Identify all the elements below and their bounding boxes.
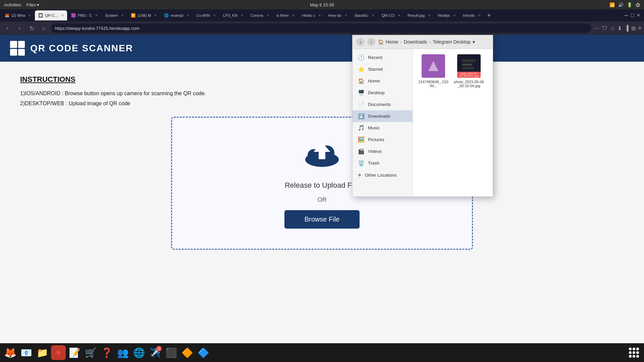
fp-desktop-icon: 🖥️ [358, 89, 365, 96]
fp-home-label[interactable]: Home [386, 39, 398, 45]
tab-close-pm2[interactable]: × [95, 13, 98, 18]
tab-close-qrco[interactable]: × [398, 13, 400, 18]
fp-sidebar-pictures[interactable]: 🖼️ Pictures [353, 134, 413, 145]
address-input[interactable] [51, 23, 591, 33]
extensions-icon[interactable]: ⋯ [594, 25, 599, 32]
tab-close-introdu[interactable]: × [478, 13, 481, 18]
taskbar-vscode[interactable]: 🔷 [196, 345, 211, 360]
fp-sidebar-trash[interactable]: 🗑️ Trash [353, 157, 413, 169]
fp-recent-icon: 🕐 [358, 54, 365, 61]
qr-title: QR CODE SCANNER [30, 43, 133, 54]
taskbar-chrome[interactable]: 🌐 [131, 345, 146, 360]
files-menu[interactable]: Files ▾ [26, 2, 39, 7]
tab-pm2[interactable]: 🟪 PM2 - C × [68, 10, 101, 20]
tab-close-corona[interactable]: × [267, 13, 269, 18]
fp-downloads-label[interactable]: Downloads [404, 39, 427, 45]
browse-file-button[interactable]: Browse File [284, 210, 360, 229]
tab-close-nodejs[interactable]: × [453, 13, 455, 18]
tab-close-what[interactable]: × [29, 13, 31, 18]
taskbar-email[interactable]: 📧 [19, 345, 34, 360]
taskbar-firefox[interactable]: 🦊 [3, 345, 17, 360]
more-icon[interactable]: ≡ [638, 25, 641, 31]
taskbar-teams[interactable]: 👥 [115, 345, 130, 360]
taskbar-show-apps[interactable] [627, 345, 641, 360]
activities-label[interactable]: Activities [4, 2, 21, 7]
tab-exampl[interactable]: 🌐 exampl × [161, 10, 192, 20]
close-button[interactable]: × [637, 12, 640, 18]
tab-result[interactable]: Result.jpg × [404, 10, 434, 20]
sidebar-icon[interactable]: ▐ [625, 25, 628, 31]
tab-howdo[interactable]: How do × [325, 10, 350, 20]
tab-view-icon[interactable]: ⊞ [631, 25, 636, 32]
tab-close-cowin[interactable]: × [213, 13, 216, 18]
tab-close-hindu[interactable]: × [318, 13, 321, 18]
home-button[interactable]: ⌂ [39, 23, 48, 33]
tab-lp3[interactable]: LP3_KN × [220, 10, 247, 20]
tab-close-howdo[interactable]: × [344, 13, 347, 18]
tab-close-isthere[interactable]: × [292, 13, 294, 18]
fp-telegram-label[interactable]: Telegram Desktop [433, 39, 471, 45]
maximize-button[interactable]: □ [631, 12, 634, 18]
bookmark-icon[interactable]: ☆ [610, 25, 615, 32]
logo-sq3 [10, 49, 17, 56]
tab-system[interactable]: System × [102, 10, 127, 20]
tab-nodejs[interactable]: Nodejs × [434, 10, 459, 20]
taskbar-appstore[interactable]: 🛒 [83, 345, 98, 360]
fp-file-item-purple[interactable]: 2147483648_-21000... [418, 54, 448, 88]
tab-close-148m[interactable]: × [154, 13, 157, 18]
tab-148m[interactable]: ▶️ (148) M × [127, 10, 160, 20]
tab-close-stack[interactable]: × [372, 13, 374, 18]
tab-what[interactable]: 🦊 (2) Wha × [1, 10, 34, 20]
fp-sidebar-music[interactable]: 🎵 Music [353, 122, 413, 134]
back-button[interactable]: ‹ [3, 23, 12, 33]
tab-stack[interactable]: StackEc × [351, 10, 377, 20]
tab-close-exampl[interactable]: × [186, 13, 189, 18]
fp-content-area: 2147483648_-21000... photo_2021-05-06_00… [413, 49, 493, 196]
fp-starred-icon: ⭐ [358, 66, 365, 72]
tab-hindu[interactable]: Hindu c × [299, 10, 324, 20]
taskbar-help[interactable]: ❓ [99, 345, 114, 360]
fp-back-button[interactable]: ‹ [357, 38, 365, 46]
tab-cowin[interactable]: Co-WIN × [193, 10, 219, 20]
tab-isthere[interactable]: is there × [273, 10, 298, 20]
tab-qrco[interactable]: QR-CO × [378, 10, 404, 20]
qr-logo-icon [10, 41, 25, 56]
fp-file-item-dark[interactable]: photo_2021-05-06_00-16-04_.jpg photo_202… [454, 54, 484, 88]
fp-sidebar-videos[interactable]: 🎬 Videos [353, 145, 413, 157]
tab-close-result[interactable]: × [428, 13, 430, 18]
taskbar-sound[interactable] [51, 345, 66, 360]
fp-sidebar-starred[interactable]: ⭐ Starred [353, 63, 413, 75]
tab-close-system[interactable]: × [121, 13, 123, 18]
taskbar-terminal[interactable]: ⬛ [164, 345, 178, 360]
fp-sidebar-home[interactable]: 🏠 Home [353, 75, 413, 87]
fp-other-label: Other Locations [365, 173, 397, 178]
tab-introdu[interactable]: Introdu × [460, 10, 484, 20]
fp-sidebar-other-locations[interactable]: + Other Locations [353, 169, 413, 181]
tab-close-qr[interactable]: × [61, 13, 64, 18]
fp-sidebar-downloads[interactable]: ⬇️ Downloads [353, 110, 413, 122]
fp-trash-label: Trash [368, 161, 379, 166]
taskbar: 🦊 📧 📁 📝 🛒 ❓ 👥 🌐 ✈️ 1 ⬛ 🔶 🔷 [0, 343, 644, 362]
fp-sidebar-desktop[interactable]: 🖥️ Desktop [353, 87, 413, 99]
tab-corona[interactable]: Corona × [247, 10, 272, 20]
logo-sq4 [18, 49, 25, 56]
new-tab-button[interactable]: + [485, 12, 494, 19]
taskbar-files[interactable]: 📁 [35, 345, 50, 360]
taskbar-writer[interactable]: 📝 [67, 345, 82, 360]
fp-forward-button[interactable]: › [367, 38, 375, 46]
taskbar-vlc[interactable]: 🔶 [180, 345, 195, 360]
forward-button[interactable]: › [15, 23, 24, 33]
minimize-button[interactable]: ─ [625, 12, 628, 18]
fp-sidebar-documents[interactable]: 📄 Documents [353, 99, 413, 110]
tab-qr[interactable]: 🔲 QR-C... × [35, 10, 67, 20]
fp-sidebar-recent[interactable]: 🕐 Recent [353, 52, 413, 63]
fp-dropdown-icon[interactable]: ▾ [473, 39, 475, 45]
download-icon[interactable]: ⬇ [618, 25, 622, 32]
tab-close-lp3[interactable]: × [241, 13, 243, 18]
tab-label-howdo: How do [328, 13, 341, 17]
reload-button[interactable]: ↻ [27, 23, 36, 33]
file-picker-dialog: ‹ › 🏠 Home › Downloads › Telegram Deskto… [352, 35, 493, 197]
system-bar-right: 📶 🔊 🔋 ⏻ [609, 2, 640, 7]
fp-file-orange-label: photo_2021-05-06_00-16-04_.jpg [457, 72, 481, 78]
taskbar-telegram[interactable]: ✈️ 1 [148, 345, 162, 360]
